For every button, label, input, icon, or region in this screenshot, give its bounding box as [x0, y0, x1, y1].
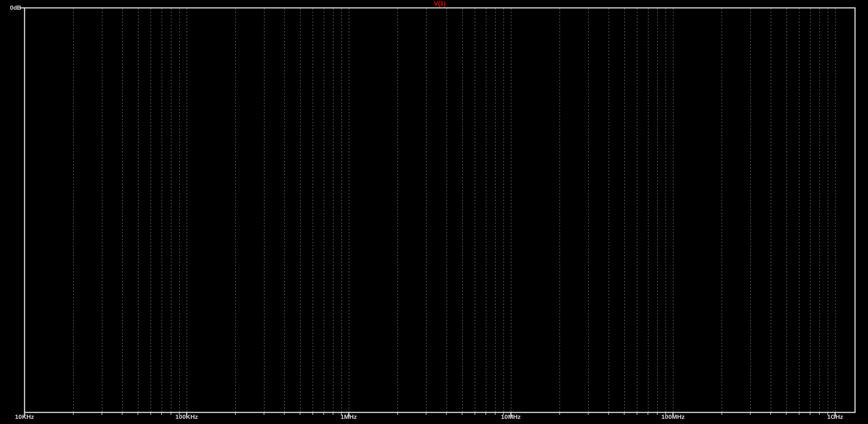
waveform-viewer: V(1) 0dB-20dB-40dB-60dB-80dB-100dB-120dB… — [0, 0, 868, 424]
y-tick-label: 0dB — [0, 5, 21, 11]
x-tick-label: 10KHz — [0, 413, 52, 420]
x-tick-label: 100KHz — [159, 413, 214, 420]
x-tick-label: 1MHz — [321, 413, 377, 420]
trace-legend-title[interactable]: V(1) — [25, 0, 855, 7]
x-tick-label: 10MHz — [483, 413, 539, 420]
x-tick-label: 100MHz — [645, 413, 701, 420]
x-tick-label: 1GHz — [807, 413, 863, 420]
fft-plot-canvas[interactable] — [0, 0, 868, 424]
